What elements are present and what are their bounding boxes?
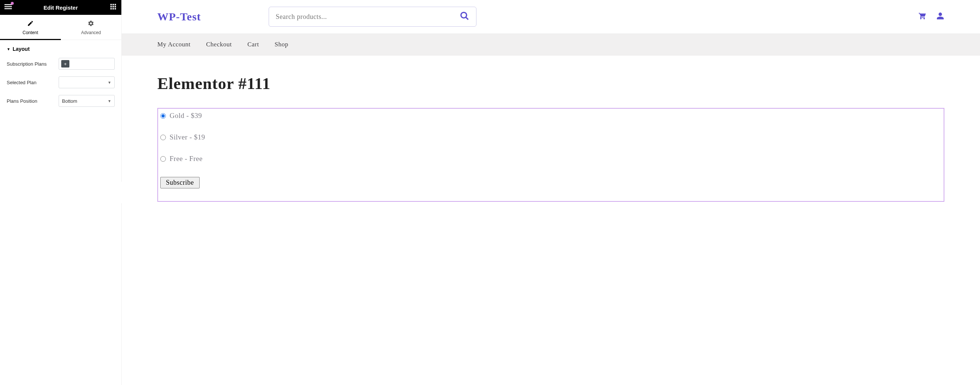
section-layout-header[interactable]: ▼ Layout bbox=[0, 40, 121, 56]
panel-menu-button[interactable] bbox=[4, 3, 13, 12]
panel-tabs: Content Advanced bbox=[0, 15, 121, 40]
chevron-down-icon: ▼ bbox=[108, 81, 111, 84]
plans-position-label: Plans Position bbox=[7, 98, 55, 104]
tab-advanced[interactable]: Advanced bbox=[61, 15, 122, 40]
panel-widgets-button[interactable] bbox=[109, 3, 118, 12]
plan-label: Silver - $19 bbox=[170, 133, 205, 141]
svg-rect-7 bbox=[113, 6, 114, 7]
section-layout: ▼ Layout Subscription Plans + Selected P… bbox=[0, 40, 121, 111]
plan-list: Gold - $39 Silver - $19 Free - Free bbox=[160, 111, 942, 163]
site-topbar: WP-Test bbox=[122, 0, 980, 33]
content-area: Elementor #111 Gold - $39 Silver - $19 F… bbox=[122, 56, 980, 220]
editor-panel: Edit Register Content Advanced bbox=[0, 0, 122, 385]
svg-point-12 bbox=[461, 12, 466, 18]
svg-rect-1 bbox=[5, 6, 12, 7]
search-box bbox=[269, 7, 476, 27]
svg-rect-11 bbox=[115, 8, 116, 10]
notification-dot-icon bbox=[11, 2, 14, 5]
plan-label: Free - Free bbox=[170, 155, 203, 163]
plan-option[interactable]: Gold - $39 bbox=[160, 111, 942, 120]
plan-radio[interactable] bbox=[160, 113, 166, 119]
svg-line-13 bbox=[466, 18, 468, 20]
subscription-plans-input[interactable]: + bbox=[59, 58, 115, 70]
svg-rect-2 bbox=[5, 8, 12, 9]
selected-plan-select[interactable]: ▼ bbox=[59, 76, 115, 88]
plans-position-value: Bottom bbox=[62, 98, 77, 104]
control-plans-position: Plans Position Bottom ▼ bbox=[7, 95, 115, 107]
nav-cart[interactable]: Cart bbox=[248, 41, 259, 48]
register-widget[interactable]: Gold - $39 Silver - $19 Free - Free Subs… bbox=[158, 108, 944, 202]
subscription-plans-label: Subscription Plans bbox=[7, 61, 55, 67]
tab-content-label: Content bbox=[22, 30, 38, 35]
section-layout-title: Layout bbox=[13, 46, 30, 52]
gear-icon bbox=[88, 20, 94, 28]
svg-rect-4 bbox=[113, 4, 114, 6]
search-input[interactable] bbox=[276, 13, 460, 21]
site-title[interactable]: WP-Test bbox=[158, 10, 254, 23]
subscribe-button[interactable]: Subscribe bbox=[160, 177, 200, 188]
svg-rect-3 bbox=[111, 4, 112, 6]
plan-radio[interactable] bbox=[160, 135, 166, 140]
svg-rect-9 bbox=[111, 8, 112, 10]
nav-shop[interactable]: Shop bbox=[275, 41, 288, 48]
nav-my-account[interactable]: My Account bbox=[158, 41, 191, 48]
tab-advanced-label: Advanced bbox=[81, 30, 101, 35]
preview-area: WP-Test My Account Checkout Cart Shop bbox=[122, 0, 980, 385]
svg-rect-0 bbox=[5, 4, 12, 5]
svg-rect-8 bbox=[115, 6, 116, 7]
user-icon bbox=[936, 12, 944, 20]
svg-rect-6 bbox=[111, 6, 112, 7]
cart-icon bbox=[918, 12, 927, 20]
search-button[interactable] bbox=[460, 11, 469, 22]
page-heading: Elementor #111 bbox=[158, 74, 944, 93]
chevron-down-icon: ▼ bbox=[108, 99, 111, 103]
plus-icon: + bbox=[64, 62, 67, 67]
site-nav: My Account Checkout Cart Shop bbox=[122, 33, 980, 56]
grid-icon bbox=[110, 3, 116, 11]
svg-rect-10 bbox=[113, 8, 114, 10]
plan-option[interactable]: Silver - $19 bbox=[160, 133, 942, 141]
topbar-icons bbox=[918, 12, 944, 22]
account-icon-button[interactable] bbox=[936, 12, 944, 22]
nav-checkout[interactable]: Checkout bbox=[206, 41, 232, 48]
plans-position-select[interactable]: Bottom ▼ bbox=[59, 95, 115, 107]
caret-down-icon: ▼ bbox=[7, 47, 10, 51]
control-selected-plan: Selected Plan ▼ bbox=[7, 76, 115, 88]
plan-option[interactable]: Free - Free bbox=[160, 155, 942, 163]
pencil-icon bbox=[27, 20, 34, 28]
cart-icon-button[interactable] bbox=[918, 12, 927, 22]
plan-radio[interactable] bbox=[160, 156, 166, 162]
panel-title: Edit Register bbox=[13, 5, 109, 11]
tab-content[interactable]: Content bbox=[0, 15, 61, 40]
selected-plan-label: Selected Plan bbox=[7, 80, 55, 85]
control-subscription-plans: Subscription Plans + bbox=[7, 58, 115, 70]
add-plan-button[interactable]: + bbox=[61, 60, 69, 67]
panel-header: Edit Register bbox=[0, 0, 121, 15]
svg-rect-5 bbox=[115, 4, 116, 6]
plan-label: Gold - $39 bbox=[170, 111, 202, 120]
section-layout-controls: Subscription Plans + Selected Plan ▼ bbox=[0, 56, 121, 111]
